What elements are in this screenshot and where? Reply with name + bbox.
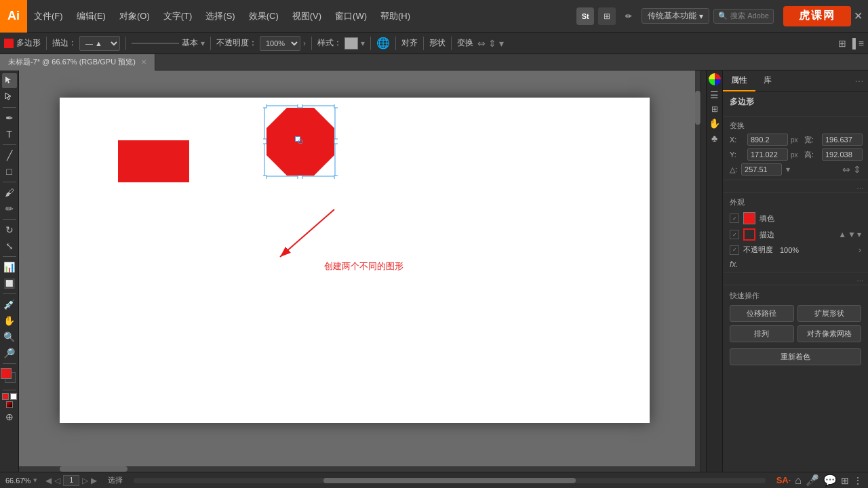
offset-path-btn[interactable]: 位移路径: [730, 305, 794, 322]
cloud-icon[interactable]: 🌐: [376, 37, 390, 49]
pen-tool[interactable]: ✒: [2, 110, 17, 125]
graph-tool[interactable]: 📊: [2, 260, 17, 274]
pencil-tool[interactable]: ✏: [2, 201, 17, 216]
st-icon[interactable]: St: [576, 7, 594, 25]
h-scroll-bar[interactable]: [134, 478, 765, 483]
menu-window[interactable]: 窗口(W): [328, 0, 374, 32]
flip-v-icon[interactable]: ⇕: [488, 38, 496, 49]
grid-icon[interactable]: ⊞: [598, 7, 616, 25]
more-opts-icon[interactable]: ≡: [859, 38, 864, 49]
menu-edit[interactable]: 编辑(E): [70, 0, 113, 32]
vertical-scrollbar[interactable]: [695, 70, 701, 472]
align-pixel-btn[interactable]: 对齐像素网格: [797, 325, 862, 342]
hand-tool[interactable]: ✋: [2, 313, 17, 328]
gradient-tool[interactable]: 🔲: [2, 276, 17, 291]
menu-select[interactable]: 选择(S): [199, 0, 241, 32]
status-grid-icon[interactable]: ⊞: [841, 475, 849, 486]
zoom-tool[interactable]: 🔍: [2, 329, 17, 344]
h-input[interactable]: [822, 148, 863, 161]
color-fill-indicator[interactable]: [4, 39, 14, 48]
color-theme-icon[interactable]: [709, 73, 721, 85]
stroke-up[interactable]: ▲: [838, 230, 846, 239]
fill-color-swatch[interactable]: [743, 212, 755, 224]
paintbrush-tool[interactable]: 🖌: [2, 185, 17, 200]
search-bar[interactable]: 🔍 搜索 Adobe: [713, 9, 774, 24]
active-tab[interactable]: 未标题-7* @ 66.67% (RGB/GPU 预览) ✕: [0, 54, 155, 70]
page-input[interactable]: [63, 475, 79, 486]
flip-btns[interactable]: ⇔ ⇕: [842, 164, 861, 175]
type-tool[interactable]: T: [2, 127, 17, 142]
menu-help[interactable]: 帮助(H): [374, 0, 417, 32]
selection-tool[interactable]: [2, 73, 17, 88]
stroke-checkbox[interactable]: ✓: [730, 230, 739, 239]
w-input[interactable]: [822, 134, 863, 146]
status-msg-icon[interactable]: 💬: [823, 474, 837, 487]
properties-tab[interactable]: 属性: [723, 70, 755, 92]
recolor-btn[interactable]: 重新着色: [730, 348, 861, 365]
library-tab[interactable]: 库: [755, 70, 780, 92]
menu-view[interactable]: 视图(V): [285, 0, 328, 32]
fx-label[interactable]: fx.: [730, 260, 738, 269]
close-icon[interactable]: ✕: [854, 9, 863, 22]
status-more-icon[interactable]: ⋮: [853, 475, 863, 486]
pen-icon[interactable]: ✏: [620, 7, 637, 25]
scale-tool[interactable]: ⤡: [2, 239, 17, 253]
rotate-tool[interactable]: ↻: [2, 222, 17, 237]
zoom-dropdown[interactable]: ▾: [33, 476, 37, 485]
menu-text[interactable]: 文字(T): [157, 0, 199, 32]
fill-well[interactable]: [1, 368, 12, 379]
stroke-select[interactable]: — ▲: [79, 36, 120, 51]
workspace-switcher[interactable]: 传统基本功能 ▾: [642, 8, 709, 24]
next-page[interactable]: ▶: [91, 476, 97, 485]
stroke-dropdown[interactable]: ▾: [857, 230, 861, 239]
zoom-out-tool[interactable]: 🔎: [2, 346, 17, 361]
stroke-color-swatch[interactable]: [743, 228, 755, 241]
panel-icon[interactable]: ▐: [849, 38, 856, 49]
menu-object[interactable]: 对象(O): [113, 0, 157, 32]
horizontal-scrollbar[interactable]: [19, 466, 695, 472]
next-btn[interactable]: ▷: [82, 476, 88, 485]
opacity-arrow[interactable]: ›: [303, 39, 306, 48]
hand2-icon[interactable]: ✋: [709, 118, 720, 129]
direct-selection-tool[interactable]: [2, 89, 17, 104]
clubs-icon[interactable]: ♣: [711, 133, 717, 144]
arrange-btn[interactable]: 排列: [730, 325, 794, 342]
prev-btn[interactable]: ◁: [54, 476, 60, 485]
y-input[interactable]: [747, 148, 788, 161]
prev-page[interactable]: ◀: [45, 476, 52, 485]
status-mic-icon[interactable]: 🎤: [806, 474, 819, 487]
appearance-more-btn[interactable]: …: [856, 274, 864, 283]
symbols-icon[interactable]: ⊞: [711, 104, 718, 114]
eyedropper-tool[interactable]: 💉: [2, 297, 17, 312]
x-input[interactable]: [747, 134, 788, 146]
h-scroll-thumb[interactable]: [323, 478, 576, 483]
menu-effect[interactable]: 效果(C): [242, 0, 285, 32]
angle-dropdown[interactable]: ▾: [786, 165, 790, 174]
opacity-expand[interactable]: ›: [859, 245, 861, 255]
white-btn[interactable]: [10, 393, 17, 400]
tab-close-btn[interactable]: ✕: [141, 58, 146, 66]
opacity-checkbox[interactable]: ✓: [730, 245, 739, 255]
opacity-select[interactable]: 100%: [260, 36, 300, 51]
style-box[interactable]: [344, 37, 358, 49]
rect-tool[interactable]: □: [2, 164, 17, 179]
vscroll-thumb[interactable]: [695, 91, 701, 125]
line-tool[interactable]: ╱: [2, 148, 17, 163]
expand-shape-btn[interactable]: 扩展形状: [797, 305, 862, 322]
more-icon[interactable]: ▾: [499, 38, 504, 49]
draw-mode-btn[interactable]: ⊕: [2, 409, 17, 424]
layers-icon[interactable]: ☰: [710, 89, 719, 100]
canvas-area[interactable]: 创建两个不同的图形: [19, 70, 701, 472]
grid-view-icon[interactable]: ⊞: [838, 38, 846, 49]
stroke-down[interactable]: ▼: [848, 230, 856, 239]
panel-more-btn[interactable]: …: [850, 70, 868, 92]
menu-file[interactable]: 文件(F): [27, 0, 70, 32]
color-btn[interactable]: [2, 393, 9, 400]
fill-checkbox[interactable]: ✓: [730, 214, 739, 223]
angle-input[interactable]: [741, 163, 782, 176]
gradient-btn[interactable]: [6, 401, 13, 408]
section-more-btn[interactable]: …: [856, 182, 864, 190]
hscroll-thumb[interactable]: [60, 466, 127, 472]
flip-h-icon[interactable]: ⇔: [477, 38, 486, 49]
status-icon1[interactable]: ⌂: [795, 474, 802, 487]
